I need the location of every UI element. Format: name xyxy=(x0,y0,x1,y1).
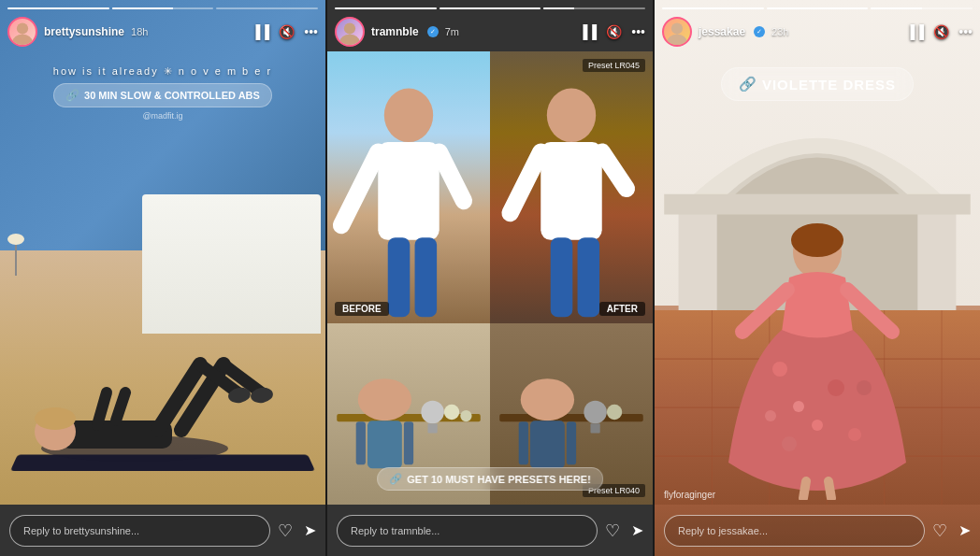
svg-line-59 xyxy=(847,290,892,332)
link-text-1: 30 MIN SLOW & CONTROLLED ABS xyxy=(84,90,260,101)
svg-rect-15 xyxy=(378,142,439,240)
presets-link[interactable]: 🔗 GET 10 MUST HAVE PRESETS HERE! xyxy=(377,467,603,491)
svg-point-28 xyxy=(460,410,471,421)
progress-bar xyxy=(7,7,109,9)
bottom-icons-1: ♡ ➤ xyxy=(278,520,316,541)
reply-input-3[interactable]: Reply to jessakae... xyxy=(664,515,925,547)
reply-placeholder-2: Reply to tramnble... xyxy=(351,525,440,536)
verified-badge-2: ✓ xyxy=(427,26,439,37)
mute-icon-2[interactable]: 🔇 xyxy=(606,24,622,39)
svg-point-44 xyxy=(340,35,360,45)
link-icon-1: 🔗 xyxy=(65,89,79,102)
send-icon-2[interactable]: ➤ xyxy=(631,521,643,539)
sub-username: flyforaginger xyxy=(664,490,715,500)
reply-input-1[interactable]: Reply to brettysunshine... xyxy=(9,515,270,547)
svg-point-70 xyxy=(671,22,683,34)
story-panel-1[interactable]: brettysunshine 18h ▐▐ 🔇 ••• how is it al… xyxy=(0,0,325,556)
avatar-2 xyxy=(335,17,365,47)
svg-rect-34 xyxy=(578,237,600,317)
violette-link-icon: 🔗 xyxy=(739,76,757,93)
user-info-2: tramnble ✓ 7m xyxy=(335,17,459,47)
svg-point-13 xyxy=(13,35,33,45)
svg-point-60 xyxy=(772,362,787,377)
violette-link-text: VIOLETTE DRESS xyxy=(762,77,896,93)
svg-point-27 xyxy=(444,405,459,420)
mute-icon-1[interactable]: 🔇 xyxy=(279,24,295,39)
svg-line-32 xyxy=(602,152,627,189)
send-icon-3[interactable]: ➤ xyxy=(958,521,971,539)
svg-line-16 xyxy=(341,152,378,226)
dress-person-svg xyxy=(724,201,911,500)
svg-rect-41 xyxy=(590,423,599,433)
svg-point-62 xyxy=(828,379,844,396)
progress-bar xyxy=(440,7,541,9)
more-icon-1[interactable]: ••• xyxy=(304,24,318,39)
november-text: how is it already ✳ n o v e m b e r xyxy=(11,65,314,78)
violette-overlay: 🔗 VIOLETTE DRESS xyxy=(655,67,980,101)
svg-rect-23 xyxy=(356,421,366,464)
progress-bars-2 xyxy=(335,7,645,9)
bottom-icons-2: ♡ ➤ xyxy=(605,520,643,541)
username-3: jessakae xyxy=(699,25,745,38)
after-image-top: AFTER xyxy=(490,51,653,323)
verified-badge-3: ✓ xyxy=(754,26,765,37)
reply-placeholder-3: Reply to jessakae... xyxy=(678,525,768,536)
send-icon-1[interactable]: ➤ xyxy=(304,521,316,539)
svg-rect-19 xyxy=(415,237,438,317)
timestamp-1: 18h xyxy=(131,26,148,37)
heart-icon-1[interactable]: ♡ xyxy=(278,520,293,541)
progress-bar xyxy=(335,7,437,9)
timestamp-3: 23h xyxy=(771,26,788,37)
reply-input-2[interactable]: Reply to tramnble... xyxy=(337,515,598,547)
pause-icon-3[interactable]: ▐▐ xyxy=(905,24,924,39)
story-overlay-1: how is it already ✳ n o v e m b e r 🔗 30… xyxy=(0,0,325,556)
violette-pill[interactable]: 🔗 VIOLETTE DRESS xyxy=(721,67,914,101)
svg-rect-39 xyxy=(567,421,576,464)
svg-point-29 xyxy=(547,89,596,143)
presets-link-text: GET 10 MUST HAVE PRESETS HERE! xyxy=(407,474,591,485)
svg-point-36 xyxy=(521,378,574,421)
pause-icon-2[interactable]: ▐▐ xyxy=(578,24,597,39)
svg-point-21 xyxy=(358,378,411,421)
svg-line-69 xyxy=(829,481,831,498)
bottom-icons-3: ♡ ➤ xyxy=(932,520,971,541)
heart-icon-2[interactable]: ♡ xyxy=(605,520,620,541)
timestamp-2: 7m xyxy=(445,26,459,37)
mute-icon-3[interactable]: 🔇 xyxy=(933,24,949,39)
svg-point-63 xyxy=(848,428,861,441)
story-bottom-3: Reply to jessakae... ♡ ➤ xyxy=(655,505,980,556)
person-after xyxy=(468,78,653,323)
avatar-1 xyxy=(7,17,37,47)
svg-rect-33 xyxy=(551,237,573,317)
story-text-1: how is it already ✳ n o v e m b e r 🔗 30… xyxy=(11,65,314,121)
progress-bar xyxy=(871,7,973,9)
pause-icon-1[interactable]: ▐▐ xyxy=(251,24,269,39)
heart-icon-3[interactable]: ♡ xyxy=(932,520,947,541)
svg-line-68 xyxy=(803,481,806,498)
story-background-2: BEFORE xyxy=(327,0,653,556)
svg-point-25 xyxy=(421,401,444,424)
svg-line-17 xyxy=(440,152,464,201)
more-icon-3[interactable]: ••• xyxy=(958,24,973,39)
progress-bar xyxy=(662,7,764,9)
svg-rect-18 xyxy=(388,237,411,317)
svg-rect-22 xyxy=(368,421,402,468)
before-section: BEFORE xyxy=(327,51,490,505)
story-panel-2[interactable]: BEFORE xyxy=(327,0,653,556)
svg-point-67 xyxy=(765,410,776,421)
link-pill-1[interactable]: 🔗 30 MIN SLOW & CONTROLLED ABS xyxy=(53,83,272,107)
story-header-3: jessakae ✓ 23h ▐▐ 🔇 ••• xyxy=(662,17,973,47)
more-icon-2[interactable]: ••• xyxy=(631,24,645,39)
story-panel-3[interactable]: jessakae ✓ 23h ▐▐ 🔇 ••• 🔗 VIOLETTE DRESS… xyxy=(655,0,980,556)
watermark-1: @madfit.ig xyxy=(11,111,314,121)
progress-bars-1 xyxy=(7,7,318,9)
story-controls-1: ▐▐ 🔇 ••• xyxy=(251,24,318,39)
presets-link-icon: 🔗 xyxy=(389,473,402,485)
username-2: tramnble xyxy=(371,25,419,38)
progress-bar xyxy=(112,7,214,9)
progress-bars-3 xyxy=(662,7,973,9)
after-label: AFTER xyxy=(599,302,645,316)
story-controls-3: ▐▐ 🔇 ••• xyxy=(905,24,973,39)
before-label: BEFORE xyxy=(335,302,389,316)
svg-line-58 xyxy=(742,290,787,332)
